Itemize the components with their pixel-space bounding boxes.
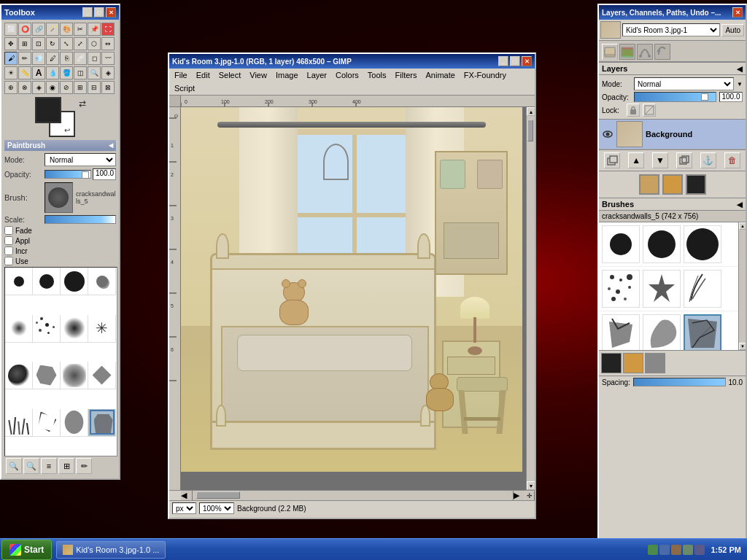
menu-fx-foundry[interactable]: FX-Foundry xyxy=(460,69,510,81)
layer-opacity-value[interactable]: 100.0 xyxy=(719,92,743,102)
brush-cell-10[interactable] xyxy=(33,362,61,389)
brush-cell-4[interactable] xyxy=(88,268,116,295)
image-selector-dropdown[interactable]: Kid's Room 3.jpg-1 xyxy=(622,23,720,36)
tool-row5-4[interactable]: ◉ xyxy=(46,81,59,94)
layer-visibility-button[interactable] xyxy=(602,128,614,140)
gimp-close-button[interactable]: ✕ xyxy=(522,56,532,66)
swatch-black[interactable] xyxy=(686,174,706,195)
brush-cell-13[interactable] xyxy=(5,409,33,437)
tool-row5-8[interactable]: ⊠ xyxy=(101,81,115,94)
anchor-layer-button[interactable]: ⚓ xyxy=(700,152,716,168)
menu-layer[interactable]: Layer xyxy=(303,69,331,81)
mode-dropdown[interactable]: Normal xyxy=(44,153,116,166)
menu-view[interactable]: View xyxy=(246,69,271,81)
heal-tool[interactable]: 🩹 xyxy=(74,52,87,65)
rect-select-tool[interactable]: ⬜ xyxy=(4,23,18,36)
lock-pixel-button[interactable] xyxy=(627,104,640,117)
taskbar-gimp-item[interactable]: Kid's Room 3.jpg-1.0 ... xyxy=(56,541,166,559)
menu-select[interactable]: Select xyxy=(215,69,245,81)
opacity-handle[interactable] xyxy=(82,171,89,179)
menu-file[interactable]: File xyxy=(171,69,191,81)
room-canvas[interactable] xyxy=(181,107,522,472)
brush-item-9-selected[interactable] xyxy=(684,314,721,350)
brush-cell-2[interactable] xyxy=(33,268,61,295)
pencil-tool[interactable]: ✏ xyxy=(18,52,31,65)
unit-dropdown[interactable]: px xyxy=(172,502,196,514)
eraser-tool[interactable]: ◻ xyxy=(88,52,101,65)
brush-cell-3[interactable] xyxy=(61,268,88,295)
brush-item-2[interactable] xyxy=(643,225,681,263)
brush-item-5[interactable] xyxy=(643,270,681,308)
spacing-slider[interactable] xyxy=(633,378,726,386)
duplicate-layer-button[interactable] xyxy=(676,152,692,168)
tool-row5-1[interactable]: ⊕ xyxy=(4,81,18,94)
move-layer-up-button[interactable]: ▲ xyxy=(628,152,644,168)
layer-opacity-handle[interactable] xyxy=(701,93,708,101)
brush-fg-swatch[interactable] xyxy=(601,353,622,373)
toolbox-minimize-button[interactable]: _ xyxy=(82,7,93,18)
nav-left-btn[interactable]: ◀ xyxy=(181,491,193,500)
rotate-tool[interactable]: ↻ xyxy=(46,37,59,50)
layers-panel-close-button[interactable]: ✕ xyxy=(732,7,743,18)
opacity-value[interactable]: 100.0 xyxy=(93,168,116,180)
menu-script[interactable]: Script xyxy=(171,82,198,94)
toolbox-close-button[interactable]: ✕ xyxy=(106,7,116,18)
move-tool[interactable]: ✥ xyxy=(4,37,18,50)
brush-gold-swatch[interactable] xyxy=(623,353,643,373)
menu-colors[interactable]: Colors xyxy=(332,69,363,81)
scroll-down-button[interactable]: ▼ xyxy=(527,481,535,490)
dodge-burn-tool[interactable]: ☀ xyxy=(4,66,18,79)
layer-background[interactable]: Background xyxy=(599,120,746,149)
blend-tool[interactable]: ◫ xyxy=(74,66,87,79)
scroll-up-button[interactable]: ▲ xyxy=(527,107,535,116)
tray-icon-2[interactable] xyxy=(659,545,670,555)
tool-row5-5[interactable]: ⊘ xyxy=(60,81,73,94)
incr-checkbox[interactable] xyxy=(4,246,13,255)
clone-tool[interactable]: ⎘ xyxy=(60,52,73,65)
menu-animate[interactable]: Animate xyxy=(422,69,458,81)
brushes-expand-arrow[interactable]: ◀ xyxy=(737,201,743,209)
paths-tool[interactable]: ⛶ xyxy=(101,23,115,36)
new-layer-button[interactable] xyxy=(604,152,620,168)
brush-cell-15[interactable] xyxy=(61,409,88,437)
text-tool[interactable]: A xyxy=(32,66,45,79)
brushes-scroll-up[interactable]: ▲ xyxy=(739,222,746,230)
align-tool[interactable]: ⊞ xyxy=(18,37,31,50)
brush-cell-16[interactable] xyxy=(88,409,116,437)
scale-slider[interactable] xyxy=(44,215,116,224)
crop-tool[interactable]: ⊡ xyxy=(32,37,45,50)
swatch-gold[interactable] xyxy=(662,174,683,195)
airbrush-tool[interactable]: 💨 xyxy=(32,52,45,65)
edit-brush-button[interactable]: ✏ xyxy=(76,458,92,474)
grid-view-button[interactable]: ⊞ xyxy=(58,458,74,474)
tray-icon-3[interactable] xyxy=(671,545,681,555)
toolbox-maximize-button[interactable]: □ xyxy=(94,7,104,18)
auto-button[interactable]: Auto xyxy=(721,24,744,36)
gimp-maximize-button[interactable]: □ xyxy=(510,56,520,66)
use-checkbox[interactable] xyxy=(4,257,13,265)
tab-paths-icon[interactable] xyxy=(637,44,653,60)
tray-icon-5[interactable] xyxy=(694,545,705,555)
zoom-dropdown[interactable]: 100% xyxy=(199,502,234,514)
brush-cell-9[interactable] xyxy=(5,362,33,389)
brush-cell-14[interactable] xyxy=(33,409,61,437)
list-view-button[interactable]: ≡ xyxy=(41,458,57,474)
flip-tool[interactable]: ⇔ xyxy=(101,37,115,50)
scale-tool[interactable]: ⤡ xyxy=(60,37,73,50)
scissors-tool[interactable]: ✂ xyxy=(74,23,87,36)
layer-mode-dropdown[interactable]: Normal xyxy=(634,77,734,90)
foreground-color-swatch[interactable] xyxy=(35,97,61,123)
paintbrush-collapse-arrow[interactable]: ◀ xyxy=(109,142,113,149)
delete-layer-button[interactable]: 🗑 xyxy=(724,152,740,168)
swap-colors-button[interactable]: ⇄ xyxy=(79,98,86,109)
scroll-thumb-v[interactable] xyxy=(527,120,533,141)
brush-cell-7[interactable] xyxy=(61,315,88,343)
scroll-thumb-h[interactable] xyxy=(196,491,240,499)
brush-item-3[interactable] xyxy=(684,225,721,263)
brush-cell-5[interactable] xyxy=(5,315,33,343)
brush-cell-11[interactable] xyxy=(61,362,88,389)
brush-gray-swatch[interactable] xyxy=(645,353,665,373)
fade-checkbox[interactable] xyxy=(4,226,13,235)
fuzzy-select-tool[interactable]: 🪄 xyxy=(46,23,59,36)
nav-right-btn[interactable]: ▶ xyxy=(513,491,525,500)
